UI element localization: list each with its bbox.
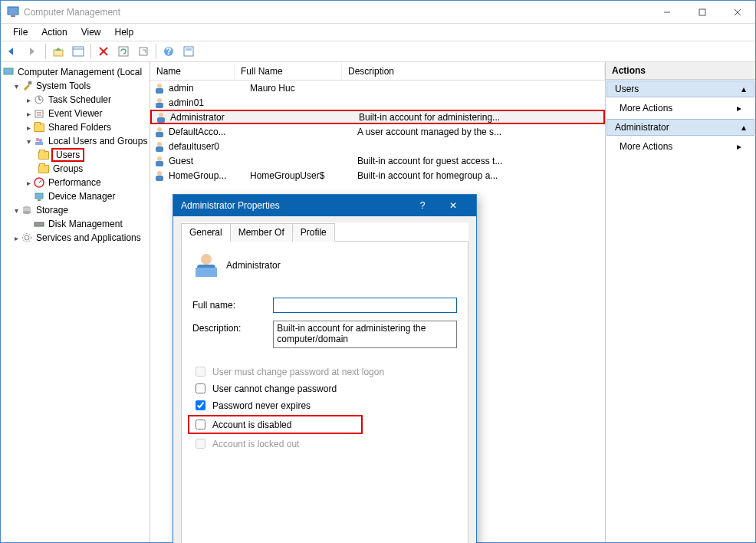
close-button[interactable] <box>720 1 755 24</box>
col-name[interactable]: Name <box>150 63 235 80</box>
user-icon <box>153 82 166 94</box>
tree-storage[interactable]: ▾Storage <box>1 203 150 217</box>
svg-point-39 <box>157 84 162 88</box>
dialog-title: Administrator Properties <box>181 200 407 211</box>
svg-point-47 <box>157 142 162 146</box>
user-row[interactable]: DefaultAcco...A user account managed by … <box>150 124 605 139</box>
forward-button[interactable] <box>24 43 42 60</box>
actions-more-users[interactable]: More Actions▸ <box>606 98 755 118</box>
svg-line-29 <box>39 180 41 183</box>
actions-group-users[interactable]: Users▴ <box>606 81 754 97</box>
tree-disk-mgmt[interactable]: Disk Management <box>1 217 150 231</box>
cell-fullname: HomeGroupUser$ <box>250 170 357 181</box>
svg-text:?: ? <box>166 46 171 57</box>
fullname-label: Full name: <box>192 298 273 311</box>
tree-event-viewer[interactable]: ▸Event Viewer <box>1 107 150 120</box>
chk-disabled[interactable]: Account is disabled <box>188 415 363 434</box>
app-icon <box>7 6 19 18</box>
device-icon <box>33 190 45 202</box>
tree-pane: Computer Management (Local ▾System Tools… <box>1 62 150 542</box>
chevron-right-icon: ▸ <box>737 141 741 152</box>
actions-header: Actions <box>606 62 755 80</box>
description-input[interactable] <box>273 321 457 348</box>
performance-icon <box>33 176 45 189</box>
minimize-button[interactable] <box>649 1 685 24</box>
svg-point-51 <box>157 171 162 176</box>
svg-point-45 <box>157 127 162 132</box>
user-icon <box>153 126 166 138</box>
tree-device-manager[interactable]: Device Manager <box>1 189 150 203</box>
svg-rect-31 <box>38 199 41 201</box>
tree-task-scheduler[interactable]: ▸Task Scheduler <box>1 93 150 107</box>
col-fullname[interactable]: Full Name <box>235 63 342 80</box>
svg-rect-7 <box>73 47 84 56</box>
tree-performance[interactable]: ▸Performance <box>1 176 150 189</box>
shared-folder-icon <box>33 121 45 133</box>
svg-point-41 <box>157 98 162 103</box>
tab-general[interactable]: General <box>181 223 231 242</box>
back-button[interactable] <box>4 43 22 60</box>
user-row[interactable]: defaultuser0 <box>150 139 605 153</box>
list-body: adminMauro Hucadmin01AdministratorBuilt-… <box>150 81 605 183</box>
tab-content: Administrator Full name: Description: Us… <box>181 242 468 543</box>
tree-users[interactable]: Users <box>1 148 150 162</box>
tree-groups[interactable]: Groups <box>1 162 150 176</box>
fullname-input[interactable] <box>273 298 457 313</box>
svg-rect-22 <box>35 110 43 117</box>
dialog-close-button[interactable]: ✕ <box>438 200 468 211</box>
separator-icon <box>156 44 156 59</box>
col-description[interactable]: Description <box>342 63 605 80</box>
cell-name: admin01 <box>169 97 250 108</box>
actions-group-admin[interactable]: Administrator▴ <box>606 119 754 136</box>
tree-shared-folders[interactable]: ▸Shared Folders <box>1 120 150 134</box>
svg-rect-55 <box>196 268 217 277</box>
actions-more-admin[interactable]: More Actions▸ <box>606 137 755 156</box>
user-row[interactable]: adminMauro Huc <box>150 81 605 95</box>
cell-description: Built-in account for homegroup a... <box>357 170 605 181</box>
tab-profile[interactable]: Profile <box>292 223 335 242</box>
menu-action[interactable]: Action <box>35 25 73 39</box>
clock-icon <box>33 94 45 106</box>
chk-cannot-change[interactable]: User cannot change password <box>192 381 457 396</box>
svg-point-26 <box>39 139 42 142</box>
svg-rect-52 <box>156 176 163 181</box>
help-button[interactable]: ? <box>159 43 178 60</box>
up-button[interactable] <box>49 43 67 60</box>
dialog-help-button[interactable]: ? <box>407 200 438 211</box>
svg-rect-50 <box>156 161 163 166</box>
folder-icon <box>38 149 50 161</box>
description-label: Description: <box>192 321 273 334</box>
tree-services[interactable]: ▸Services and Applications <box>1 231 150 245</box>
export-button[interactable] <box>134 43 153 60</box>
options-button[interactable] <box>179 43 198 60</box>
svg-rect-48 <box>156 146 163 152</box>
tab-memberof[interactable]: Member Of <box>230 223 293 242</box>
chk-never-expires[interactable]: Password never expires <box>192 398 457 413</box>
properties-button[interactable] <box>69 43 87 60</box>
svg-point-49 <box>157 156 162 161</box>
svg-rect-16 <box>186 48 192 51</box>
maximize-button[interactable] <box>685 1 720 24</box>
svg-point-43 <box>159 113 163 117</box>
user-icon <box>153 97 166 109</box>
user-row[interactable]: admin01 <box>150 95 605 110</box>
svg-rect-6 <box>54 50 63 56</box>
menu-view[interactable]: View <box>75 25 107 39</box>
menu-file[interactable]: File <box>7 25 34 39</box>
tree-root[interactable]: Computer Management (Local <box>1 65 150 79</box>
cell-name: DefaultAcco... <box>169 127 250 137</box>
menu-help[interactable]: Help <box>109 25 140 39</box>
user-row[interactable]: HomeGroup...HomeGroupUser$Built-in accou… <box>150 168 605 183</box>
tree-system-tools[interactable]: ▾System Tools <box>1 79 150 93</box>
main-window: Computer Management File Action View Hel… <box>0 0 756 543</box>
user-row[interactable]: GuestBuilt-in account for guest access t… <box>150 153 605 168</box>
user-row[interactable]: AdministratorBuilt-in account for admini… <box>150 110 605 124</box>
storage-icon <box>21 204 33 216</box>
refresh-button[interactable] <box>114 43 133 60</box>
svg-rect-11 <box>119 47 128 56</box>
mmc-icon <box>2 66 15 78</box>
dialog-body: General Member Of Profile Administrator … <box>173 216 476 543</box>
delete-button[interactable] <box>94 43 113 60</box>
tree-local-users[interactable]: ▾Local Users and Groups <box>1 134 150 148</box>
cell-description: Built-in account for administering... <box>359 112 603 123</box>
